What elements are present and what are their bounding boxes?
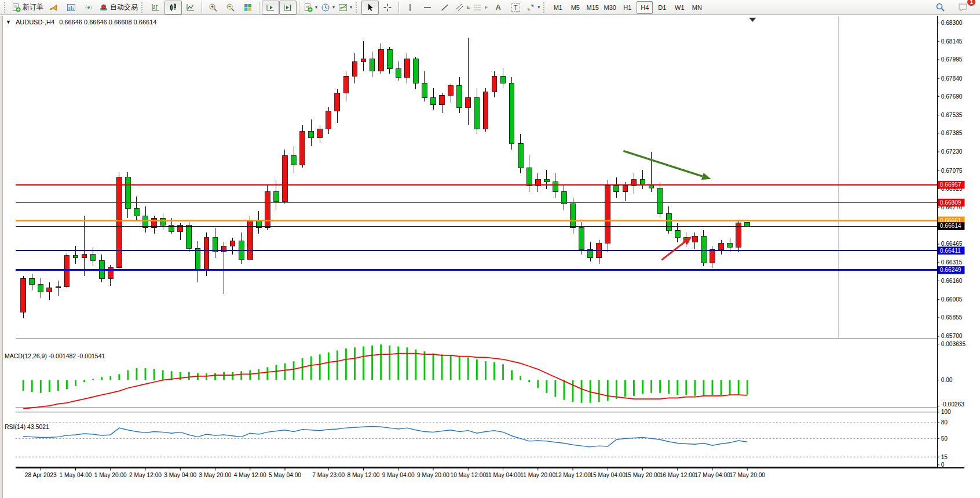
indicators-button[interactable]: ▾: [302, 1, 319, 14]
candle-body-up: [230, 241, 235, 246]
candle: [21, 276, 26, 318]
time-tick-label: 3 May 20:00: [199, 472, 232, 478]
candle-body-down: [309, 132, 314, 137]
auto-trading-label: 自动交易: [110, 2, 138, 12]
macd-tick-label: -0.00263: [941, 401, 964, 408]
candle: [483, 88, 488, 132]
timeframe-MN[interactable]: MN: [689, 1, 705, 14]
toolbar-grip[interactable]: [141, 2, 145, 13]
crosshair-tool-button[interactable]: [379, 1, 396, 14]
candle-body-down: [414, 59, 419, 83]
candle-body-down: [187, 226, 192, 248]
fibonacci-icon: [473, 3, 482, 12]
channel-icon: [455, 3, 465, 12]
timeframe-M15[interactable]: M15: [584, 1, 601, 14]
time-tick-label: 11 May 04:00: [485, 472, 521, 478]
candle: [247, 216, 253, 260]
time-tick-label: 16 May 12:00: [660, 472, 696, 478]
candle-body-up: [326, 111, 331, 129]
crosshair-icon: [383, 3, 392, 12]
price-tick-label: 0.66005: [941, 296, 963, 303]
line-chart-button[interactable]: [182, 1, 199, 14]
time-tick-label: 17 May 20:00: [729, 472, 765, 478]
candle: [300, 125, 305, 168]
tile-windows-button[interactable]: [239, 1, 257, 14]
candle: [509, 77, 514, 150]
auto-scroll-icon: [266, 3, 275, 12]
candle-body-up: [404, 59, 409, 77]
zoom-in-button[interactable]: [204, 1, 222, 14]
candle-body-down: [657, 188, 663, 213]
candle-body-down: [256, 220, 261, 227]
auto-scroll-button[interactable]: [262, 1, 279, 14]
auto-trading-icon: [99, 3, 108, 12]
search-button[interactable]: [931, 1, 949, 14]
toolbar-separator: [259, 2, 259, 13]
text-tool-button[interactable]: A: [489, 1, 507, 14]
periods-button[interactable]: ▾: [319, 1, 337, 14]
time-tick-label: 9 May 20:00: [417, 472, 449, 478]
candlestick-chart-button[interactable]: [164, 1, 182, 14]
price-tick-label: 0.66465: [941, 241, 963, 247]
market-watch-button[interactable]: [63, 1, 80, 14]
horizontal-line-tool-button[interactable]: [419, 1, 436, 14]
rsi-tick-label: 80: [941, 419, 948, 426]
candle-body-down: [745, 222, 750, 226]
timeframe-D1[interactable]: D1: [654, 1, 670, 14]
candle-body-down: [579, 228, 584, 249]
time-tick-label: 10 May 12:00: [451, 472, 487, 478]
timeframe-W1[interactable]: W1: [671, 1, 688, 14]
price-tick-label: 0.67385: [941, 130, 963, 136]
chart-menu-toggle-icon[interactable]: ▼: [6, 19, 11, 25]
zoom-out-button[interactable]: [222, 1, 239, 14]
candle-body-down: [38, 285, 43, 292]
time-tick-label: 11 May 20:00: [520, 472, 555, 478]
timeframe-M1[interactable]: M1: [550, 1, 566, 14]
sound-button[interactable]: [45, 1, 63, 14]
megaphone-icon: [49, 3, 58, 12]
bar-chart-button[interactable]: [147, 1, 164, 14]
candlestick-chart-icon: [169, 3, 178, 12]
timeframe-H1[interactable]: H1: [619, 1, 635, 14]
timeframe-M30[interactable]: M30: [602, 1, 618, 14]
tile-windows-icon: [243, 3, 253, 12]
candle-body-up: [56, 287, 61, 288]
trendline-icon: [440, 3, 449, 12]
candle-body-up: [605, 186, 610, 243]
label-tool-button[interactable]: T: [507, 1, 524, 14]
price-chart[interactable]: 0.683000.681450.679950.678400.676900.675…: [0, 16, 980, 498]
auto-trading-button[interactable]: 自动交易: [97, 1, 140, 14]
arrows-caret-icon: ▾: [537, 5, 540, 10]
arrows-tool-button[interactable]: ▾: [524, 1, 542, 14]
macd-tick-label: 0.00: [941, 377, 953, 383]
candle-body-up: [492, 76, 497, 92]
channel-tool-button[interactable]: E: [454, 1, 471, 14]
toolbar-grip[interactable]: [356, 2, 360, 13]
time-tick-label: 3 May 04:00: [164, 472, 196, 478]
cursor-tool-button[interactable]: [361, 1, 379, 14]
fibonacci-tool-button[interactable]: F: [471, 1, 489, 14]
candle-body-down: [30, 278, 35, 284]
candle-body-down: [160, 218, 166, 225]
candle-body-up: [693, 237, 698, 242]
vertical-line-tool-button[interactable]: [401, 1, 419, 14]
signals-button[interactable]: [80, 1, 97, 14]
candle-body-down: [431, 97, 436, 104]
toolbar-grip[interactable]: [543, 2, 547, 13]
templates-button[interactable]: ▾: [337, 1, 354, 14]
new-order-button[interactable]: 新订单: [10, 1, 45, 14]
toolbar-grip[interactable]: [4, 2, 8, 13]
mt4-window: 新订单 自动交易: [0, 0, 980, 498]
trendline-tool-button[interactable]: [436, 1, 454, 14]
new-order-icon: [12, 3, 21, 12]
timeframe-M5[interactable]: M5: [567, 1, 583, 14]
candle-body-up: [108, 268, 113, 279]
timeframe-H4[interactable]: H4: [637, 1, 653, 14]
time-tick-label: 15 May 20:00: [625, 472, 661, 478]
chart-header: ▼ AUDUSD-,H4 0.66646 0.66646 0.66608 0.6…: [6, 19, 156, 26]
chart-shift-button[interactable]: [279, 1, 297, 14]
notifications-button[interactable]: 1: [955, 1, 972, 14]
arrows-tool-icon: [526, 3, 535, 12]
templates-icon: [338, 3, 348, 12]
time-tick-label: 15 May 04:00: [590, 472, 626, 478]
